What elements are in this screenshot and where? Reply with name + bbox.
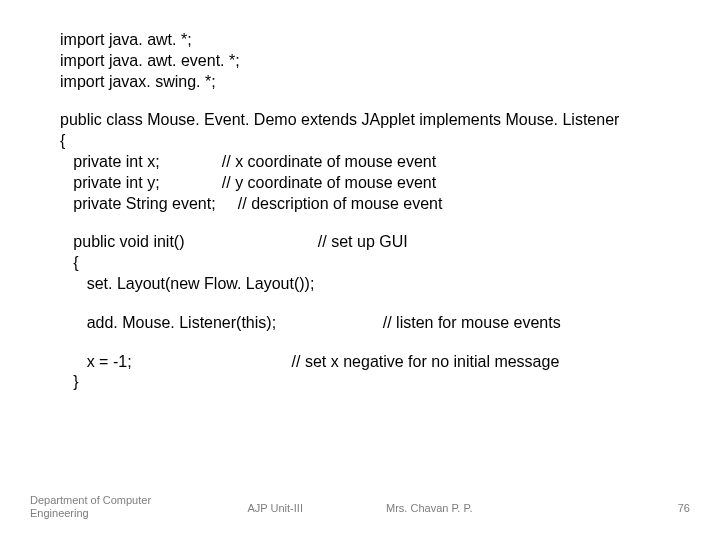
footer-department: Department of Computer Engineering	[30, 494, 151, 520]
code-line: {	[60, 253, 660, 274]
code-line: set. Layout(new Flow. Layout());	[60, 274, 660, 295]
code-line: private String event; // description of …	[60, 194, 660, 215]
code-line: import java. awt. event. *;	[60, 51, 660, 72]
code-line: {	[60, 131, 660, 152]
footer-dept-line1: Department of Computer	[30, 494, 151, 507]
code-line: import javax. swing. *;	[60, 72, 660, 93]
code-line: public void init() // set up GUI	[60, 232, 660, 253]
code-line: add. Mouse. Listener(this); // listen fo…	[60, 313, 660, 334]
code-line: private int y; // y coordinate of mouse …	[60, 173, 660, 194]
code-line: import java. awt. *;	[60, 30, 660, 51]
code-line: x = -1; // set x negative for no initial…	[60, 352, 660, 373]
footer-page: 76	[678, 502, 690, 514]
code-line: private int x; // x coordinate of mouse …	[60, 152, 660, 173]
footer-dept-line2: Engineering	[30, 507, 151, 520]
footer-unit: AJP Unit-III	[248, 502, 303, 514]
footer-author: Mrs. Chavan P. P.	[386, 502, 472, 514]
code-line: }	[60, 372, 660, 393]
code-line: public class Mouse. Event. Demo extends …	[60, 110, 660, 131]
slide-content: import java. awt. *; import java. awt. e…	[0, 0, 720, 393]
